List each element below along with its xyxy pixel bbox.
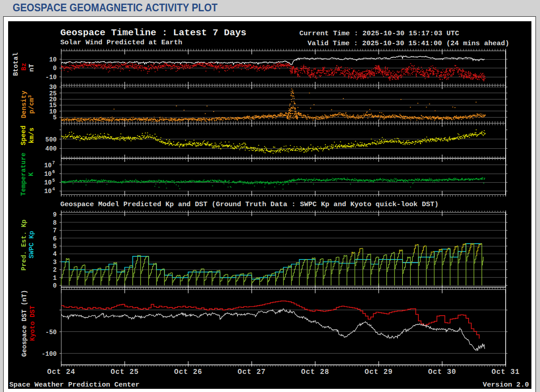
svg-text:4: 4 (53, 250, 56, 258)
svg-text:10: 10 (49, 56, 57, 63)
svg-text:Space Weather Prediction Cente: Space Weather Prediction Center (9, 381, 140, 389)
svg-text:Oct 29: Oct 29 (365, 368, 393, 376)
svg-text:4: 4 (52, 187, 55, 192)
svg-text:400: 400 (45, 145, 56, 152)
svg-text:-10: -10 (45, 74, 56, 81)
svg-text:Btotal: Btotal (12, 52, 19, 76)
svg-text:Oct 28: Oct 28 (301, 368, 329, 376)
svg-text:Temperature: Temperature (20, 152, 27, 196)
svg-text:10: 10 (44, 188, 52, 195)
svg-text:0: 0 (53, 282, 56, 289)
svg-text:2: 2 (53, 266, 56, 274)
svg-text:6: 6 (52, 170, 55, 175)
svg-text:Kyoto DST: Kyoto DST (29, 306, 36, 341)
svg-text:Oct 30: Oct 30 (428, 368, 456, 376)
svg-text:9: 9 (53, 211, 56, 218)
svg-text:Solar Wind Predicted at Earth: Solar Wind Predicted at Earth (61, 38, 183, 47)
svg-text:0: 0 (53, 65, 56, 72)
svg-text:Speed: Speed (20, 126, 27, 146)
svg-text:K: K (28, 172, 35, 176)
svg-text:km/s: km/s (28, 128, 35, 143)
svg-text:Oct 24: Oct 24 (47, 368, 75, 376)
svg-text:Oct 25: Oct 25 (111, 368, 139, 376)
svg-text:Oct 31: Oct 31 (492, 368, 520, 376)
svg-text:8: 8 (53, 219, 56, 227)
svg-text:p/cm3: p/cm3 (28, 95, 35, 114)
svg-text:Valid Time : 2025-10-30 15:41:: Valid Time : 2025-10-30 15:41:00 (24 min… (308, 39, 509, 47)
svg-text:5: 5 (52, 178, 55, 183)
svg-text:10: 10 (44, 170, 52, 178)
svg-text:10: 10 (44, 162, 52, 169)
svg-text:Oct 27: Oct 27 (238, 368, 266, 376)
svg-text:Density: Density (20, 90, 28, 118)
svg-text:3: 3 (53, 259, 56, 266)
svg-text:Version 2.0: Version 2.0 (483, 381, 529, 389)
svg-text:5: 5 (53, 114, 56, 121)
svg-text:-50: -50 (45, 329, 56, 336)
svg-text:Pred. Est. Kp: Pred. Est. Kp (20, 219, 28, 270)
svg-text:-100: -100 (42, 350, 57, 358)
svg-text:nT: nT (28, 64, 35, 72)
svg-text:Oct 26: Oct 26 (174, 368, 202, 376)
svg-text:Geospace Timeline : Latest 7 D: Geospace Timeline : Latest 7 Days (61, 28, 247, 38)
svg-text:Geospace DST (nT): Geospace DST (nT) (21, 290, 28, 357)
svg-text:Current Time : 2025-10-30 15:1: Current Time : 2025-10-30 15:17:03 UTC (300, 29, 459, 38)
svg-text:7: 7 (53, 227, 56, 234)
svg-text:5: 5 (53, 243, 56, 250)
svg-text:Geospace Model Predicted Kp an: Geospace Model Predicted Kp and DST (Gro… (61, 200, 439, 208)
svg-text:1: 1 (53, 274, 56, 282)
svg-text:Bz: Bz (20, 63, 28, 71)
svg-text:10: 10 (44, 179, 52, 186)
svg-text:6: 6 (53, 235, 56, 242)
svg-text:7: 7 (52, 161, 55, 165)
svg-text:SWPC Kp: SWPC Kp (28, 231, 35, 258)
svg-text:500: 500 (45, 136, 56, 143)
